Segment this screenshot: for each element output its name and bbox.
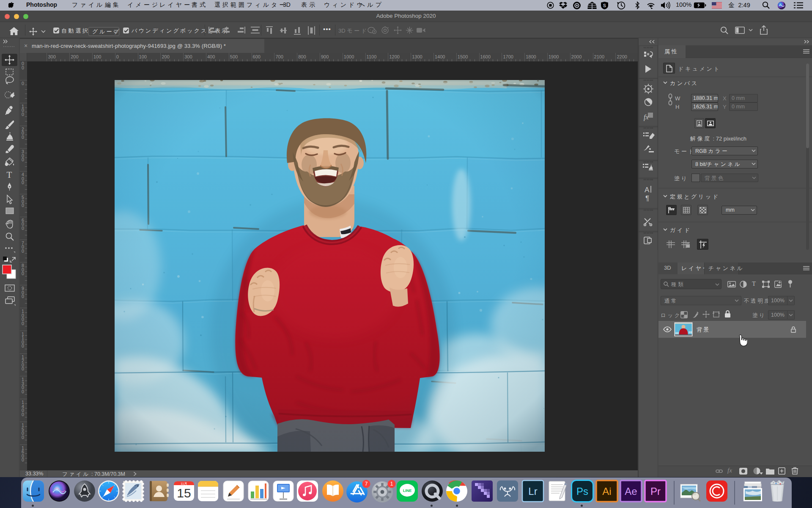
svg-text:¶: ¶ xyxy=(645,194,649,202)
svg-text:11月: 11月 xyxy=(181,482,187,486)
svg-text:Ps: Ps xyxy=(576,486,588,497)
svg-text:T: T xyxy=(7,170,12,180)
svg-text:LINE: LINE xyxy=(403,489,412,493)
svg-text:7: 7 xyxy=(365,481,368,487)
svg-text:Ae: Ae xyxy=(625,486,637,497)
svg-text:fx: fx xyxy=(644,113,649,121)
svg-text:Lr: Lr xyxy=(528,486,537,497)
svg-text:A: A xyxy=(645,186,650,194)
svg-text:Pr: Pr xyxy=(650,486,661,497)
svg-text:15: 15 xyxy=(177,486,191,500)
svg-text:1: 1 xyxy=(390,481,393,487)
svg-text:Ai: Ai xyxy=(602,486,611,497)
svg-text:S: S xyxy=(603,3,606,8)
